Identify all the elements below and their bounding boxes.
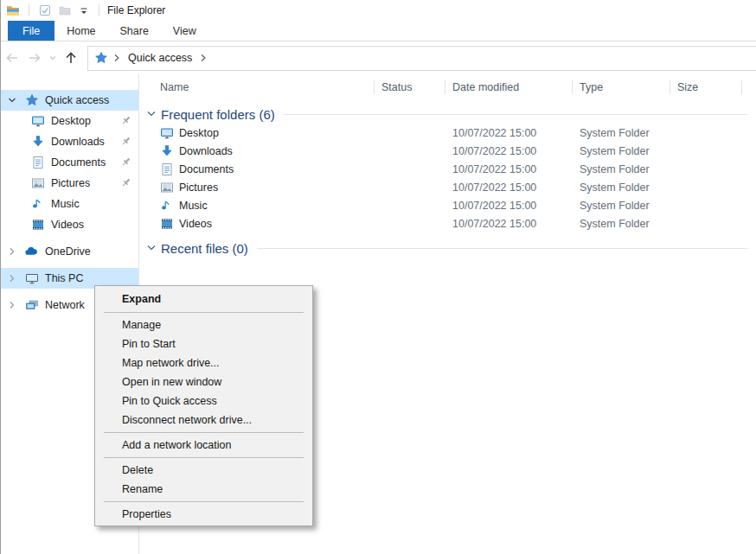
chevron-right-icon[interactable] bbox=[7, 274, 17, 283]
network-icon bbox=[24, 298, 39, 312]
file-name-cell: Music bbox=[139, 196, 375, 214]
sidebar-item-pictures[interactable]: Pictures bbox=[1, 173, 138, 194]
file-name-cell: Documents bbox=[139, 160, 375, 178]
column-header-name[interactable]: Name bbox=[139, 76, 375, 99]
column-header-type[interactable]: Type bbox=[573, 76, 670, 99]
videos-icon bbox=[30, 218, 45, 232]
breadcrumb-chevron-icon[interactable] bbox=[113, 54, 120, 62]
column-header-size[interactable]: Size bbox=[670, 76, 742, 99]
menu-separator bbox=[104, 457, 304, 458]
file-size-cell bbox=[670, 142, 742, 160]
chevron-right-icon[interactable] bbox=[7, 301, 17, 309]
tab-view[interactable]: View bbox=[161, 21, 208, 41]
file-name-cell: Pictures bbox=[139, 178, 375, 196]
menu-item-properties[interactable]: Properties bbox=[95, 505, 312, 524]
column-header-status[interactable]: Status bbox=[375, 76, 445, 99]
menu-separator bbox=[104, 312, 304, 313]
group-chevron-icon[interactable] bbox=[145, 243, 157, 253]
menu-item-add-a-network-location[interactable]: Add a network location bbox=[95, 436, 312, 455]
sidebar-item-desktop[interactable]: Desktop bbox=[1, 111, 138, 131]
up-icon[interactable] bbox=[60, 49, 82, 67]
menu-item-map-network-drive[interactable]: Map network drive... bbox=[95, 353, 312, 373]
onedrive-icon bbox=[24, 245, 39, 258]
sidebar-item-label: Pictures bbox=[51, 177, 90, 189]
sidebar-item-quick-access[interactable]: Quick access bbox=[1, 90, 138, 111]
sidebar-item-videos[interactable]: Videos bbox=[1, 214, 138, 235]
file-row-videos[interactable]: Videos10/07/2022 15:00System Folder bbox=[139, 214, 756, 232]
file-name-cell: Videos bbox=[139, 214, 375, 232]
menu-item-rename[interactable]: Rename bbox=[95, 480, 312, 499]
chevron-down-icon[interactable] bbox=[7, 96, 17, 105]
pin-icon bbox=[120, 177, 131, 188]
desktop-icon bbox=[30, 114, 45, 128]
file-name-cell: Downloads bbox=[139, 142, 375, 160]
file-date-modified-cell: 10/07/2022 15:00 bbox=[445, 142, 573, 160]
file-row-pictures[interactable]: Pictures10/07/2022 15:00System Folder bbox=[139, 178, 756, 196]
group-header-recent-files[interactable]: Recent files (0) bbox=[139, 239, 756, 258]
file-name: Pictures bbox=[179, 181, 218, 194]
this-pc-icon bbox=[24, 271, 39, 285]
menu-separator bbox=[104, 501, 304, 502]
context-menu: ExpandManagePin to StartMap network driv… bbox=[94, 285, 313, 526]
sidebar-item-music[interactable]: Music bbox=[1, 194, 138, 214]
file-row-downloads[interactable]: Downloads10/07/2022 15:00System Folder bbox=[139, 142, 756, 160]
file-name: Documents bbox=[179, 163, 234, 175]
sidebar-item-downloads[interactable]: Downloads bbox=[1, 131, 138, 152]
file-status-cell bbox=[375, 124, 445, 142]
back-icon[interactable] bbox=[1, 49, 23, 67]
file-status-cell bbox=[375, 160, 445, 178]
quick-access-star-icon bbox=[94, 51, 108, 65]
tab-file[interactable]: File bbox=[8, 21, 54, 41]
file-row-desktop[interactable]: Desktop10/07/2022 15:00System Folder bbox=[139, 124, 756, 142]
quick-access-toolbar bbox=[6, 3, 102, 17]
menu-item-expand[interactable]: Expand bbox=[95, 288, 312, 309]
forward-icon[interactable] bbox=[23, 49, 46, 67]
column-header-date-modified[interactable]: Date modified bbox=[445, 76, 573, 99]
file-status-cell bbox=[375, 214, 445, 232]
file-type-cell: System Folder bbox=[573, 160, 670, 178]
chevron-right-icon[interactable] bbox=[7, 247, 17, 256]
file-row-documents[interactable]: Documents10/07/2022 15:00System Folder bbox=[139, 160, 756, 178]
sidebar-item-onedrive[interactable]: OneDrive bbox=[1, 241, 138, 262]
file-date-modified-cell: 10/07/2022 15:00 bbox=[445, 178, 573, 196]
pin-icon bbox=[120, 115, 131, 126]
breadcrumb-segment[interactable]: Quick access bbox=[125, 52, 195, 64]
menu-separator bbox=[104, 432, 304, 433]
sidebar-gap bbox=[1, 235, 138, 241]
recent-locations-chevron-icon[interactable] bbox=[46, 54, 60, 62]
sidebar-item-label: Quick access bbox=[45, 94, 109, 106]
file-status-cell bbox=[375, 196, 445, 214]
menu-item-delete[interactable]: Delete bbox=[95, 461, 312, 480]
group-header-frequent-folders[interactable]: Frequent folders (6) bbox=[139, 105, 756, 124]
pin-icon bbox=[120, 156, 131, 168]
pictures-icon bbox=[30, 176, 45, 190]
address-bar[interactable]: Quick access bbox=[87, 46, 756, 71]
sidebar-item-label: This PC bbox=[45, 272, 83, 284]
group-rule bbox=[284, 114, 747, 115]
file-size-cell bbox=[670, 178, 742, 196]
sidebar-item-documents[interactable]: Documents bbox=[1, 152, 138, 173]
file-name-cell: Desktop bbox=[139, 124, 375, 142]
menu-item-manage[interactable]: Manage bbox=[95, 315, 312, 334]
sidebar-gap bbox=[1, 262, 138, 268]
tab-share[interactable]: Share bbox=[108, 21, 161, 41]
file-name: Downloads bbox=[179, 145, 233, 157]
downloads-icon bbox=[160, 144, 174, 158]
customize-toolbar-icon[interactable] bbox=[78, 4, 90, 16]
menu-item-pin-to-start[interactable]: Pin to Start bbox=[95, 334, 312, 353]
file-status-cell bbox=[375, 178, 445, 196]
menu-item-open-in-new-window[interactable]: Open in new window bbox=[95, 373, 312, 392]
menu-item-disconnect-network-drive[interactable]: Disconnect network drive... bbox=[95, 411, 312, 430]
videos-icon bbox=[160, 217, 174, 231]
new-folder-icon[interactable] bbox=[58, 3, 72, 17]
file-date-modified-cell: 10/07/2022 15:00 bbox=[445, 124, 573, 142]
properties-icon[interactable] bbox=[38, 3, 52, 17]
tab-home[interactable]: Home bbox=[54, 21, 107, 41]
file-name: Music bbox=[179, 200, 208, 212]
breadcrumb-chevron-icon[interactable] bbox=[200, 54, 207, 62]
group-chevron-icon[interactable] bbox=[145, 109, 157, 119]
downloads-icon bbox=[30, 135, 45, 149]
menu-item-pin-to-quick-access[interactable]: Pin to Quick access bbox=[95, 392, 312, 411]
file-date-modified-cell: 10/07/2022 15:00 bbox=[445, 196, 573, 214]
file-row-music[interactable]: Music10/07/2022 15:00System Folder bbox=[139, 196, 756, 214]
